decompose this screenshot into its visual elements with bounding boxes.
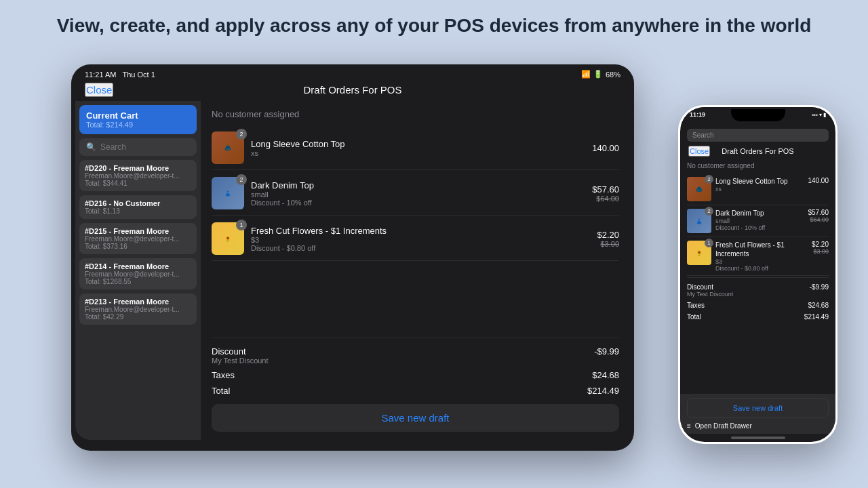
phone-device: 11:19 ▪▪▪ ▾ ▮ Search Close Draft Orders … [678, 105, 837, 444]
item-price-value: $2.20 [578, 230, 619, 240]
item-discount: Discount - 10% off [251, 199, 572, 207]
list-item: 🌻 1 Fresh Cut Flowers - $1 Increments $3… [687, 237, 829, 276]
table-row: 🌻 1 Fresh Cut Flowers - $1 Increments $3… [212, 217, 619, 261]
search-input[interactable] [100, 142, 190, 152]
phone-item-name: Long Sleeve Cotton Top [715, 177, 804, 186]
tablet-close-button[interactable]: Close [85, 83, 113, 97]
taxes-value: $24.68 [592, 370, 619, 380]
phone-item-image-wrap: 🧥 2 [687, 177, 711, 201]
item-badge: 2 [236, 129, 247, 140]
sidebar-item-d215[interactable]: #D215 - Freeman Moore Freeman.Moore@deve… [79, 223, 197, 254]
battery-level: 68% [606, 70, 620, 79]
total-label: Total [212, 386, 230, 396]
order-id: #D220 - Freeman Moore [85, 164, 191, 172]
phone-item-image-wrap: 👗 2 [687, 209, 711, 233]
phone-notch-area: 11:19 ▪▪▪ ▾ ▮ [680, 107, 835, 126]
phone-total-row: Total $214.49 [687, 311, 829, 323]
order-id: #D213 - Freeman Moore [85, 298, 191, 306]
phone-open-drawer[interactable]: ≡ Open Draft Drawer [687, 422, 829, 430]
tablet-device: 11:21 AM Thu Oct 1 📶 🔋 68% Close Draft O… [71, 64, 634, 451]
item-price-value: $57.60 [578, 184, 619, 195]
table-row: 👗 2 Dark Denim Top small Discount - 10% … [212, 171, 619, 216]
item-price-col: $57.60 $64.00 [578, 184, 619, 203]
sidebar-cart-total: Total: $214.49 [86, 121, 190, 129]
item-variant: small [251, 190, 572, 199]
order-email: Freeman.Moore@developer-t... [85, 270, 191, 278]
order-id: #D214 - Freeman Moore [85, 262, 191, 270]
phone-discount-row: Discount My Test Discount -$9.99 [687, 281, 829, 300]
phone-item-price: $2.20 [812, 241, 829, 248]
discount-label: Discount [212, 346, 269, 357]
sidebar-cart-title: Current Cart [86, 110, 190, 121]
item-info: Long Sleeve Cotton Top xs [251, 139, 572, 157]
phone-no-customer: No customer assigned [687, 162, 829, 169]
item-info: Dark Denim Top small Discount - 10% off [251, 180, 572, 207]
phone-item-name: Dark Denim Top [715, 209, 804, 218]
item-image-wrap: 🧥 2 [212, 131, 244, 164]
phone-discount-label-group: Discount My Test Discount [687, 283, 733, 298]
sidebar-current-cart[interactable]: Current Cart Total: $214.49 [79, 105, 197, 134]
tablet-time: 11:21 AM Thu Oct 1 [85, 70, 155, 79]
sidebar-item-d216[interactable]: #D216 - No Customer Total: $1.13 [79, 195, 197, 219]
phone-home-bar [731, 436, 785, 439]
phone-item-price-col: $2.20 $3.00 [812, 241, 829, 255]
tablet-status-icons: 📶 🔋 68% [581, 70, 620, 79]
phone-title-bar: Close Draft Orders For POS [680, 144, 835, 158]
list-item: 🧥 2 Long Sleeve Cotton Top xs 140.00 [687, 174, 829, 205]
phone-item-name: Fresh Cut Flowers - $1 Increments [715, 241, 808, 258]
item-name: Dark Denim Top [251, 180, 572, 190]
phone-item-badge: 2 [705, 175, 713, 184]
phone-discount-value: -$9.99 [810, 283, 829, 298]
phone-item-info: Long Sleeve Cotton Top xs [715, 177, 804, 192]
item-image-wrap: 🌻 1 [212, 222, 244, 255]
order-email: Freeman.Moore@developer-t... [85, 306, 191, 313]
save-draft-button[interactable]: Save new draft [212, 404, 619, 432]
order-email: Freeman.Moore@developer-t... [85, 235, 191, 243]
order-items-list: 🧥 2 Long Sleeve Cotton Top xs 140.00 👗 [212, 126, 619, 338]
phone-save-draft-button[interactable]: Save new draft [687, 398, 829, 418]
phone-time: 11:19 [690, 111, 705, 118]
phone-main-panel: No customer assigned 🧥 2 Long Sleeve Cot… [680, 158, 835, 394]
table-row: 🧥 2 Long Sleeve Cotton Top xs 140.00 [212, 126, 619, 170]
phone-wifi-icon: ▾ [819, 112, 822, 118]
phone-search-bar[interactable]: Search [687, 129, 829, 142]
sidebar-item-d213[interactable]: #D213 - Freeman Moore Freeman.Moore@deve… [79, 293, 197, 325]
phone-signal-icon: ▪▪▪ [812, 112, 818, 118]
order-email: Freeman.Moore@developer-t... [85, 172, 191, 180]
tablet-title: Draft Orders For POS [303, 84, 401, 96]
phone-item-price-col: $57.60 $64.00 [808, 209, 829, 223]
item-discount: Discount - $0.80 off [251, 244, 572, 252]
total-row: Total $214.49 [212, 383, 619, 399]
phone-item-image-wrap: 🌻 1 [687, 241, 711, 265]
discount-label-group: Discount My Test Discount [212, 346, 269, 365]
order-total: Total: $1.13 [85, 207, 191, 215]
phone-taxes-value: $24.68 [808, 302, 829, 309]
phone-close-button[interactable]: Close [688, 146, 710, 157]
phone-footer: Save new draft ≡ Open Draft Drawer [680, 394, 835, 434]
phone-item-variant: xs [715, 186, 804, 192]
sidebar-item-d220[interactable]: #D220 - Freeman Moore Freeman.Moore@deve… [79, 160, 197, 191]
phone-title: Draft Orders For POS [722, 147, 793, 155]
item-price-value: 140.00 [578, 143, 619, 153]
search-icon: 🔍 [86, 142, 96, 152]
phone-item-variant: small [715, 218, 804, 224]
phone-status-icons: ▪▪▪ ▾ ▮ [812, 112, 826, 118]
phone-item-original: $3.00 [812, 248, 829, 255]
page-heading: View, create, and apply across any of yo… [0, 0, 868, 45]
phone-discount-sublabel: My Test Discount [687, 291, 733, 298]
item-price-original: $64.00 [578, 195, 619, 203]
battery-icon: 🔋 [593, 70, 603, 79]
discount-row: Discount My Test Discount -$9.99 [212, 344, 619, 367]
order-total: Total: $344.41 [85, 180, 191, 187]
phone-taxes-row: Taxes $24.68 [687, 300, 829, 311]
item-image-wrap: 👗 2 [212, 177, 244, 209]
phone-item-price: $57.60 [808, 209, 829, 216]
order-id: #D215 - Freeman Moore [85, 227, 191, 235]
sidebar-search-box[interactable]: 🔍 [79, 138, 197, 156]
sidebar-item-d214[interactable]: #D214 - Freeman Moore Freeman.Moore@deve… [79, 258, 197, 289]
item-name: Fresh Cut Flowers - $1 Increments [251, 226, 572, 236]
phone-search-label: Search [692, 131, 714, 139]
tablet-status-bar: 11:21 AM Thu Oct 1 📶 🔋 68% [71, 64, 634, 81]
tablet-main-panel: No customer assigned 🧥 2 Long Sleeve Cot… [201, 101, 630, 440]
phone-item-info: Dark Denim Top small Discount - 10% off [715, 209, 804, 231]
